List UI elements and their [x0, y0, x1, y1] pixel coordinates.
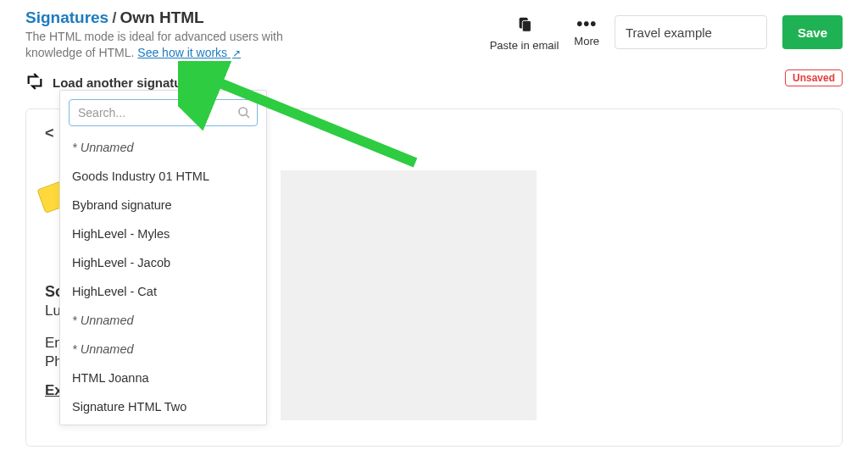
dropdown-item[interactable]: * Unnamed	[60, 335, 266, 364]
unsaved-badge: Unsaved	[785, 69, 843, 86]
load-label: Load another signature	[53, 75, 194, 90]
dropdown-item[interactable]: HTML Joanna	[60, 364, 266, 392]
preview-area	[281, 170, 537, 420]
svg-point-2	[239, 108, 247, 115]
paste-label: Paste in email	[490, 39, 559, 52]
dropdown-item[interactable]: Goods Industry 01 HTML	[60, 162, 266, 191]
dropdown-item[interactable]: * Unnamed	[60, 306, 266, 335]
more-icon: •••	[576, 15, 597, 32]
dropdown-search-input[interactable]	[69, 99, 258, 126]
load-signature-dropdown: * UnnamedGoods Industry 01 HTMLBybrand s…	[59, 90, 267, 425]
see-how-text: See how it works	[137, 46, 227, 59]
svg-line-3	[246, 114, 249, 118]
caret-down-icon: ▼	[203, 77, 212, 87]
paste-icon	[515, 15, 534, 36]
more-label: More	[574, 35, 599, 47]
back-chevron-icon[interactable]: <	[45, 125, 58, 142]
dropdown-item[interactable]: Signature HTML Two	[60, 392, 266, 421]
dropdown-item[interactable]: HighLevel - Cat	[60, 277, 266, 306]
breadcrumb-current: Own HTML	[120, 8, 203, 27]
more-button[interactable]: ••• More	[574, 15, 599, 47]
swap-icon	[25, 73, 44, 92]
dropdown-item[interactable]: * Unnamed	[60, 133, 266, 162]
breadcrumb-root[interactable]: Signatures	[25, 8, 108, 27]
dropdown-item[interactable]: HighLevel - Jacob	[60, 248, 266, 277]
signature-name-input[interactable]	[615, 15, 767, 49]
dropdown-item[interactable]: Bybrand signature	[60, 191, 266, 219]
svg-rect-1	[522, 20, 531, 31]
dropdown-item[interactable]: HighLevel - Myles	[60, 219, 266, 248]
subheading: The HTML mode is ideal for advanced user…	[25, 29, 305, 61]
external-link-icon: ↗	[232, 47, 241, 59]
breadcrumb-sep: /	[112, 8, 116, 27]
save-button[interactable]: Save	[782, 15, 843, 49]
paste-in-email-button[interactable]: Paste in email	[490, 15, 559, 52]
search-icon	[237, 106, 251, 123]
see-how-link[interactable]: See how it works ↗	[137, 46, 241, 59]
